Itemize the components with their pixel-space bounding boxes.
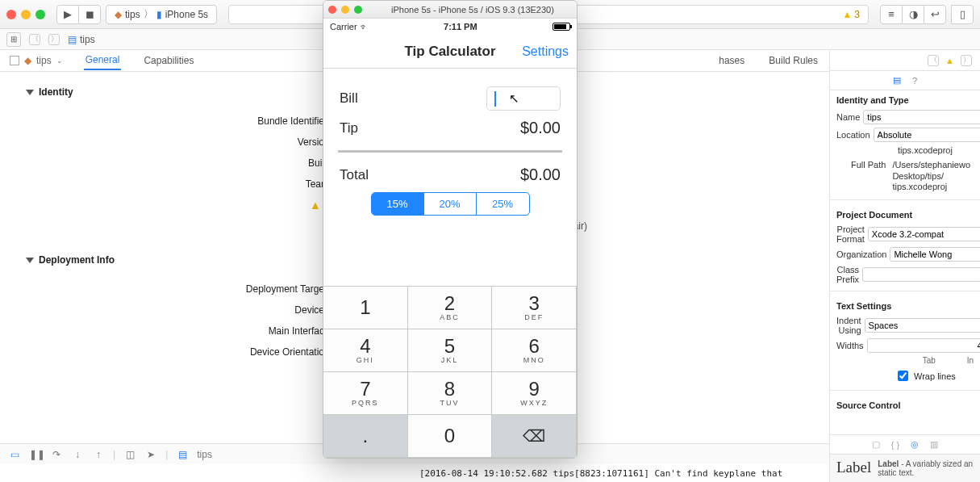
sim-close-icon[interactable] — [328, 6, 336, 14]
object-lib-icon[interactable]: ◎ — [911, 439, 919, 450]
insp-warning-icon[interactable]: ▲ — [945, 56, 954, 65]
disclosure-triangle-icon — [26, 258, 34, 263]
key-6[interactable]: 6MNO — [492, 329, 577, 372]
back-button[interactable]: 〈 — [29, 34, 40, 45]
zoom-window-icon[interactable] — [35, 10, 45, 19]
insp-back-button[interactable]: 〈 — [928, 55, 939, 66]
debug-toggle-icon[interactable]: ▭ — [8, 449, 21, 460]
key-backspace[interactable]: ⌫ — [492, 415, 577, 458]
seg-20[interactable]: 20% — [424, 193, 477, 215]
widths-indent-caption: In — [967, 356, 974, 365]
file-template-lib-icon[interactable]: ▢ — [872, 439, 880, 450]
project-document-header: Project Document — [830, 205, 980, 223]
location-file: tips.xcodeproj — [895, 145, 974, 157]
tab-build-phases[interactable]: hases — [717, 52, 746, 69]
stop-button[interactable]: ◼ — [78, 5, 101, 24]
key-9[interactable]: 9WXYZ — [492, 372, 577, 415]
location-field[interactable] — [874, 128, 980, 142]
label-object-icon: Label — [836, 459, 871, 475]
class-prefix-field[interactable] — [862, 267, 980, 282]
sim-minimize-icon[interactable] — [341, 6, 349, 14]
media-lib-icon[interactable]: ▥ — [930, 439, 938, 450]
tab-capabilities[interactable]: Capabilities — [142, 52, 195, 69]
key-1[interactable]: 1 — [323, 287, 408, 329]
organization-label: Organization — [836, 249, 886, 259]
key-0[interactable]: 0 — [408, 415, 493, 458]
key-5[interactable]: 5JKL — [408, 329, 493, 372]
help-inspector-tab-icon[interactable]: ? — [912, 76, 917, 86]
library-item-title: Label — [878, 459, 899, 468]
simulator-titlebar[interactable]: iPhone 5s - iPhone 5s / iOS 9.3 (13E230) — [323, 1, 577, 19]
bill-input[interactable] — [486, 86, 561, 111]
tip-label: Tip — [340, 120, 358, 136]
main-interface-label: Main Interfac — [26, 325, 332, 337]
debug-view-icon[interactable]: ◫ — [123, 449, 136, 460]
close-window-icon[interactable] — [6, 10, 16, 19]
assistant-editor-button[interactable]: ◑ — [902, 5, 924, 24]
tab-build-rules[interactable]: Build Rules — [767, 52, 819, 69]
key-dot[interactable]: . — [323, 415, 408, 458]
source-control-header: Source Control — [830, 396, 980, 413]
minimize-window-icon[interactable] — [21, 10, 31, 19]
seg-25[interactable]: 25% — [477, 193, 529, 215]
deployment-target-label: Deployment Targe — [26, 283, 332, 295]
related-items-icon[interactable]: ⊞ — [6, 32, 21, 47]
debug-pause-icon[interactable]: ❚❚ — [29, 449, 42, 460]
key-4[interactable]: 4GHI — [323, 329, 408, 372]
name-field[interactable] — [863, 110, 980, 124]
deployment-title: Deployment Info — [39, 254, 115, 266]
seg-15[interactable]: 15% — [372, 193, 424, 215]
target-name[interactable]: tips — [36, 55, 52, 66]
insp-forward-button[interactable]: 〉 — [961, 55, 972, 66]
debug-step-out-icon[interactable]: ↑ — [92, 449, 105, 460]
number-keypad: 1 2ABC 3DEF 4GHI 5JKL 6MNO 7PQRS 8TUV 9W… — [323, 286, 577, 458]
key-2[interactable]: 2ABC — [408, 287, 493, 329]
tip-percent-segmented[interactable]: 15% 20% 25% — [371, 192, 530, 216]
widths-label: Widths — [836, 341, 864, 350]
debug-step-in-icon[interactable]: ↓ — [71, 449, 84, 460]
key-7[interactable]: 7PQRS — [323, 372, 408, 415]
mouse-cursor-icon: ↖ — [509, 91, 519, 106]
window-traffic-lights[interactable] — [6, 10, 45, 19]
nav-title: Tip Calculator — [404, 44, 495, 60]
warnings-badge[interactable]: ▲ 3 — [842, 9, 860, 20]
targets-popup-icon[interactable] — [10, 56, 19, 65]
toggle-inspector-button[interactable]: ▯ — [951, 5, 974, 24]
file-inspector-tab-icon[interactable]: ▤ — [893, 75, 901, 86]
tab-general[interactable]: General — [84, 51, 122, 70]
backspace-icon: ⌫ — [523, 426, 545, 446]
settings-button[interactable]: Settings — [522, 44, 569, 59]
status-time: 7:11 PM — [444, 22, 477, 31]
team-warning-icon: ▲ — [310, 199, 321, 212]
text-caret-icon — [494, 91, 496, 107]
object-library-item[interactable]: Label Label - A variably sized an static… — [830, 454, 980, 482]
wrap-lines-checkbox[interactable] — [898, 371, 908, 381]
code-snippet-lib-icon[interactable]: { } — [891, 440, 899, 450]
dropdown-icon[interactable]: ⌄ — [56, 57, 63, 65]
debug-location-icon[interactable]: ➤ — [144, 449, 157, 460]
debug-step-over-icon[interactable]: ↷ — [50, 449, 63, 460]
project-crumb[interactable]: ▤ tips — [68, 34, 95, 45]
indent-using-field[interactable] — [865, 318, 980, 333]
class-prefix-label: Class Prefix — [836, 265, 859, 284]
organization-field[interactable] — [890, 247, 980, 262]
project-format-field[interactable] — [868, 227, 980, 241]
wifi-icon: ᯤ — [360, 22, 369, 31]
run-button[interactable]: ▶ — [56, 5, 79, 24]
forward-button[interactable]: 〉 — [48, 34, 60, 45]
standard-editor-button[interactable]: ≡ — [880, 5, 903, 24]
debug-process-name[interactable]: tips — [197, 449, 212, 460]
widths-field[interactable] — [867, 338, 980, 353]
key-8[interactable]: 8TUV — [408, 372, 493, 415]
target-icon: ◆ — [24, 55, 31, 66]
project-format-label: Project Format — [836, 224, 865, 244]
total-value: $0.00 — [520, 166, 561, 184]
fullpath-value: /Users/stephaniewo Desktop/tips/ tips.xc… — [889, 160, 974, 193]
key-3[interactable]: 3DEF — [492, 287, 577, 329]
version-editor-button[interactable]: ↩ — [924, 5, 946, 24]
sim-zoom-icon[interactable] — [354, 6, 362, 14]
tip-value: $0.00 — [520, 119, 561, 137]
inspector-tabs: ▤ ? — [830, 71, 980, 90]
scheme-selector[interactable]: ◆ tips 〉 ▮ iPhone 5s — [106, 5, 217, 24]
scheme-device: iPhone 5s — [165, 9, 208, 20]
